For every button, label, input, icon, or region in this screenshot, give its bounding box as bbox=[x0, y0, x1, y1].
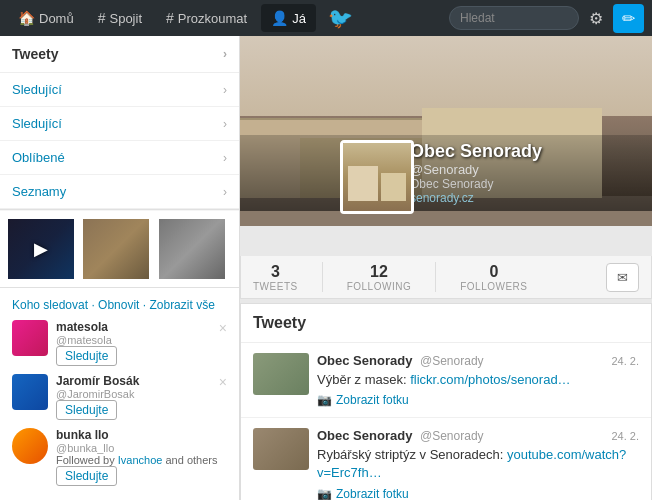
tweet-item-2: Obec Senorady @Senorady 24. 2. Rybářský … bbox=[241, 418, 651, 500]
follow-user-matesola: matesola @matesola Sledujte × bbox=[12, 320, 227, 366]
media-thumb-2[interactable] bbox=[83, 219, 149, 279]
tweety-title: Tweety bbox=[12, 46, 58, 62]
close-matesola[interactable]: × bbox=[219, 320, 227, 336]
mail-button[interactable]: ✉ bbox=[606, 263, 639, 292]
home-icon: 🏠 bbox=[18, 10, 35, 26]
right-content: Obec Senorady @Senorady Obec Senorady se… bbox=[240, 36, 652, 500]
avatar-bld2 bbox=[381, 173, 406, 201]
tweet-handle-2: @Senorady bbox=[420, 429, 484, 443]
followers-count: 0 bbox=[460, 263, 527, 281]
stat-divider-1 bbox=[322, 262, 323, 292]
tweet-author-2: Obec Senorady @Senorady bbox=[317, 428, 484, 443]
follow-button-matesola[interactable]: Sledujte bbox=[56, 346, 117, 366]
connect-icon: # bbox=[98, 10, 106, 26]
profile-name: Obec Senorady bbox=[410, 141, 640, 162]
tweety-section: Tweety › Sledující › Sledující › Oblíben… bbox=[0, 36, 239, 210]
follow-followed-by: Followed by Ivanchoe and others bbox=[56, 454, 227, 466]
tweety-header: Tweety › bbox=[0, 36, 239, 73]
tweet-body-1: Výběr z masek: bbox=[317, 372, 407, 387]
profile-url[interactable]: senorady.cz bbox=[410, 191, 640, 205]
tweet-author-1: Obec Senorady @Senorady bbox=[317, 353, 484, 368]
media-thumb-1[interactable]: ▶ bbox=[8, 219, 74, 279]
camera-icon-2: 📷 bbox=[317, 487, 332, 500]
nav-connect-label: Spojit bbox=[109, 11, 142, 26]
stat-divider-2 bbox=[435, 262, 436, 292]
profile-info-overlay: Obec Senorady @Senorady Obec Senorady se… bbox=[240, 135, 652, 211]
twitter-logo: 🐦 bbox=[328, 6, 353, 30]
chevron-right-icon: › bbox=[223, 83, 227, 97]
media-thumb-3[interactable] bbox=[159, 219, 225, 279]
profile-handle: @Senorady bbox=[410, 162, 640, 177]
media-section: ▶ bbox=[0, 211, 239, 288]
search-input[interactable] bbox=[449, 6, 579, 30]
sidebar-lists[interactable]: Seznamy › bbox=[0, 175, 239, 209]
tweets-stat: 3 TWEETS bbox=[253, 263, 298, 292]
tweet-item-1: Obec Senorady @Senorady 24. 2. Výběr z m… bbox=[241, 343, 651, 418]
following2-label: Sledující bbox=[12, 116, 62, 131]
follow-name-bunka: bunka llo bbox=[56, 428, 227, 442]
profile-avatar bbox=[340, 140, 414, 214]
tweet-content-1: Obec Senorady @Senorady 24. 2. Výběr z m… bbox=[317, 353, 639, 407]
tweet-thumb-1 bbox=[253, 353, 309, 395]
refresh-link[interactable]: · Obnovit bbox=[91, 298, 139, 312]
followers-stat: 0 FOLLOWERS bbox=[460, 263, 527, 292]
chevron-right-icon: › bbox=[223, 151, 227, 165]
follow-header-text: Koho sledovat bbox=[12, 298, 88, 312]
tweet-media-2[interactable]: 📷 Zobrazit fotku bbox=[317, 487, 639, 500]
nav-me-label: Já bbox=[292, 11, 306, 26]
nav-me[interactable]: 👤 Já bbox=[261, 4, 316, 32]
follow-handle-jaromir: @JaromirBosak bbox=[56, 388, 227, 400]
follow-handle-bunka: @bunka_llo bbox=[56, 442, 227, 454]
tweet-date-1: 24. 2. bbox=[611, 355, 639, 367]
following-count: 12 bbox=[347, 263, 412, 281]
tweets-label: TWEETS bbox=[253, 281, 298, 292]
follow-button-jaromir[interactable]: Sledujte bbox=[56, 400, 117, 420]
media-label-1: Zobrazit fotku bbox=[336, 393, 409, 407]
media-label-2: Zobrazit fotku bbox=[336, 487, 409, 500]
following-label: FOLLOWING bbox=[347, 281, 412, 292]
compose-button[interactable]: ✏ bbox=[613, 4, 644, 33]
profile-description: Obec Senorady bbox=[410, 177, 640, 191]
tweet-header-2: Obec Senorady @Senorady 24. 2. bbox=[317, 428, 639, 443]
follow-section-header: Koho sledovat · Obnovit · Zobrazit vše bbox=[12, 298, 227, 312]
sidebar-following1[interactable]: Sledující › bbox=[0, 73, 239, 107]
play-icon: ▶ bbox=[34, 238, 48, 260]
avatar-matesola bbox=[12, 320, 48, 356]
follow-name-jaromir: Jaromír Bosák bbox=[56, 374, 227, 388]
left-sidebar: Tweety › Sledující › Sledující › Oblíben… bbox=[0, 36, 240, 500]
tweet-link-1[interactable]: flickr.com/photos/senorad… bbox=[410, 372, 570, 387]
avatar-bld bbox=[348, 166, 378, 201]
media-grid: ▶ bbox=[8, 219, 231, 279]
chevron-right-icon: › bbox=[223, 117, 227, 131]
tweet-handle-1: @Senorady bbox=[420, 354, 484, 368]
sidebar-favorites[interactable]: Oblíbené › bbox=[0, 141, 239, 175]
tweets-section: Tweety Obec Senorady @Senorady 24. 2. Vý… bbox=[240, 303, 652, 500]
sidebar-following2[interactable]: Sledující › bbox=[0, 107, 239, 141]
follow-handle-matesola: @matesola bbox=[56, 334, 227, 346]
tweet-media-1[interactable]: 📷 Zobrazit fotku bbox=[317, 393, 639, 407]
followed-by-link[interactable]: Ivanchoe bbox=[118, 454, 163, 466]
nav-home[interactable]: 🏠 Domů bbox=[8, 4, 84, 32]
me-icon: 👤 bbox=[271, 10, 288, 26]
profile-header: Obec Senorady @Senorady Obec Senorady se… bbox=[240, 36, 652, 256]
tweet-body-2: Rybářský striptýz v Senoradech: bbox=[317, 447, 503, 462]
favorites-label: Oblíbené bbox=[12, 150, 65, 165]
tweet-content-2: Obec Senorady @Senorady 24. 2. Rybářský … bbox=[317, 428, 639, 500]
nav-discover[interactable]: # Prozkoumat bbox=[156, 4, 257, 32]
stats-bar: 3 TWEETS 12 FOLLOWING 0 FOLLOWERS ✉ bbox=[240, 256, 652, 299]
tweet-name-2: Obec Senorady bbox=[317, 428, 412, 443]
follow-info-jaromir: Jaromír Bosák @JaromirBosak Sledujte bbox=[56, 374, 227, 420]
camera-icon-1: 📷 bbox=[317, 393, 332, 407]
settings-button[interactable]: ⚙ bbox=[585, 5, 607, 32]
following-stat: 12 FOLLOWING bbox=[347, 263, 412, 292]
follow-button-bunka[interactable]: Sledujte bbox=[56, 466, 117, 486]
search-container: ⚙ ✏ bbox=[449, 4, 644, 33]
tweet-text-2: Rybářský striptýz v Senoradech: youtube.… bbox=[317, 446, 639, 482]
nav-connect[interactable]: # Spojit bbox=[88, 4, 152, 32]
close-jaromir[interactable]: × bbox=[219, 374, 227, 390]
tweet-text-1: Výběr z masek: flickr.com/photos/senorad… bbox=[317, 371, 639, 389]
who-to-follow-section: Koho sledovat · Obnovit · Zobrazit vše m… bbox=[0, 288, 239, 500]
nav-home-label: Domů bbox=[39, 11, 74, 26]
followers-label: FOLLOWERS bbox=[460, 281, 527, 292]
view-all-link[interactable]: · Zobrazit vše bbox=[143, 298, 215, 312]
